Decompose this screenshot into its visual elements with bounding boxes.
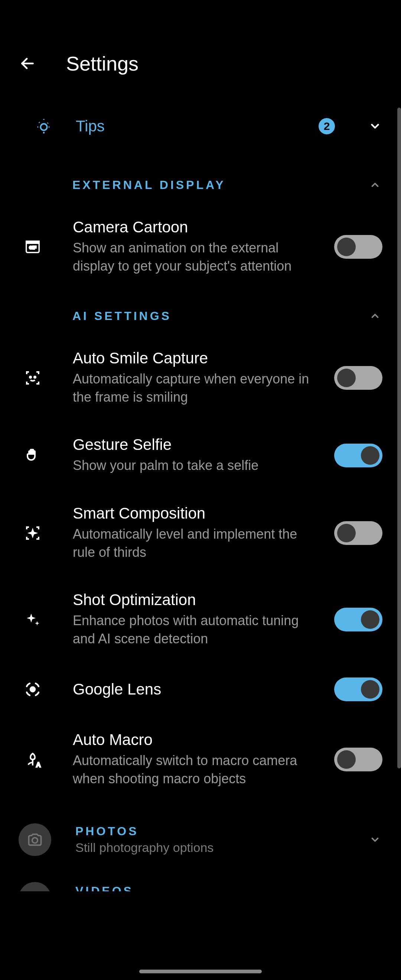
setting-auto-macro[interactable]: A Auto Macro Automatically switch to mac… xyxy=(0,716,401,803)
category-desc: Still photography options xyxy=(75,840,349,855)
category-photos[interactable]: Photos Still photography options xyxy=(0,810,401,869)
video-icon xyxy=(19,882,51,891)
setting-shot-optimization[interactable]: Shot Optimization Enhance photos with au… xyxy=(0,576,401,663)
camera-icon xyxy=(19,823,51,856)
setting-desc: Enhance photos with automatic tuning and… xyxy=(73,612,316,648)
setting-auto-smile[interactable]: Auto Smile Capture Automatically capture… xyxy=(0,334,401,421)
section-title: AI Settings xyxy=(72,309,172,323)
back-icon[interactable] xyxy=(19,54,37,72)
setting-desc: Automatically capture when everyone in t… xyxy=(73,370,316,406)
setting-title: Auto Macro xyxy=(73,731,316,749)
svg-point-15 xyxy=(32,837,38,843)
svg-text:GIF: GIF xyxy=(29,245,36,250)
setting-title: Camera Cartoon xyxy=(73,218,316,236)
section-title: External Display xyxy=(72,178,226,192)
category-videos[interactable]: Videos xyxy=(0,869,401,891)
composition-icon xyxy=(22,523,43,544)
toggle-auto-smile[interactable] xyxy=(334,366,382,390)
setting-camera-cartoon[interactable]: GIF Camera Cartoon Show an animation on … xyxy=(0,204,401,290)
smile-capture-icon xyxy=(22,368,43,388)
svg-rect-9 xyxy=(26,241,39,243)
section-external-display[interactable]: External Display xyxy=(0,159,401,204)
setting-desc: Show an animation on the external displa… xyxy=(73,239,316,275)
category-title: Videos xyxy=(75,884,382,891)
header: Settings xyxy=(0,52,401,105)
setting-title: Auto Smile Capture xyxy=(73,349,316,367)
gif-icon: GIF xyxy=(22,237,43,257)
toggle-shot-optimization[interactable] xyxy=(334,608,382,632)
svg-point-12 xyxy=(34,376,36,378)
setting-google-lens[interactable]: Google Lens xyxy=(0,663,401,716)
chevron-up-icon[interactable] xyxy=(368,177,382,192)
svg-line-7 xyxy=(48,122,49,123)
setting-gesture-selfie[interactable]: Gesture Selfie Show your palm to take a … xyxy=(0,421,401,490)
toggle-smart-composition[interactable] xyxy=(334,521,382,545)
setting-title: Smart Composition xyxy=(73,504,316,522)
section-ai-settings[interactable]: AI Settings xyxy=(0,290,401,334)
tips-label: Tips xyxy=(76,117,297,135)
tips-row[interactable]: Tips 2 xyxy=(0,105,401,159)
setting-desc: Automatically switch to macro camera whe… xyxy=(73,752,316,788)
scrollbar[interactable] xyxy=(397,108,401,768)
chevron-up-icon[interactable] xyxy=(368,309,382,323)
toggle-camera-cartoon[interactable] xyxy=(334,235,382,259)
setting-smart-composition[interactable]: Smart Composition Automatically level an… xyxy=(0,490,401,576)
tips-badge: 2 xyxy=(318,118,335,134)
svg-text:A: A xyxy=(37,762,40,768)
svg-point-11 xyxy=(30,376,31,378)
setting-title: Gesture Selfie xyxy=(73,436,316,453)
svg-point-13 xyxy=(30,687,35,692)
sparkle-icon xyxy=(22,609,43,630)
toggle-auto-macro[interactable] xyxy=(334,748,382,772)
category-title: Photos xyxy=(75,824,349,838)
lightbulb-icon xyxy=(33,116,54,137)
toggle-google-lens[interactable] xyxy=(334,678,382,701)
palm-icon xyxy=(22,445,43,466)
chevron-down-icon[interactable] xyxy=(368,832,382,847)
macro-flower-icon: A xyxy=(22,749,43,770)
page-title: Settings xyxy=(66,52,138,75)
setting-title: Google Lens xyxy=(73,681,316,698)
lens-icon xyxy=(22,679,43,700)
setting-desc: Automatically level and implement the ru… xyxy=(73,525,316,561)
nav-handle[interactable] xyxy=(139,970,262,973)
chevron-down-icon[interactable] xyxy=(368,119,382,134)
setting-title: Shot Optimization xyxy=(73,591,316,609)
svg-line-6 xyxy=(39,122,40,123)
toggle-gesture-selfie[interactable] xyxy=(334,444,382,467)
setting-desc: Show your palm to take a selfie xyxy=(73,457,316,475)
svg-point-1 xyxy=(40,124,47,130)
